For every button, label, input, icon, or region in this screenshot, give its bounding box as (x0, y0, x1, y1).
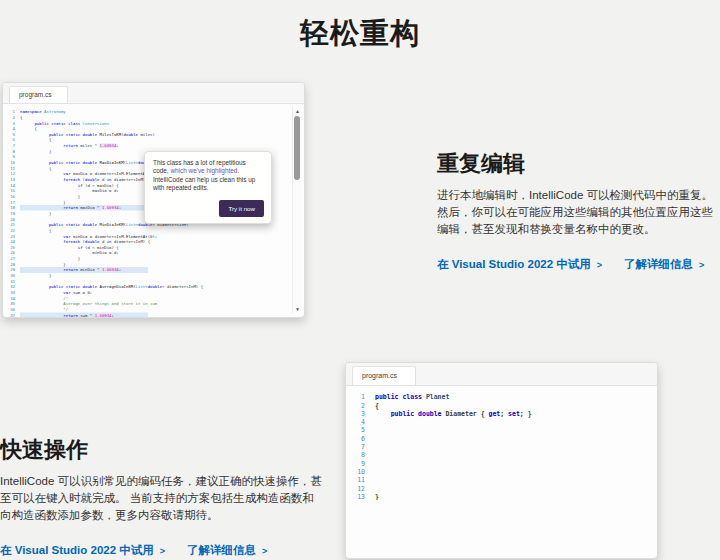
code-line: 2{ (352, 401, 657, 409)
scroll-up-icon[interactable]: ▲ (293, 108, 302, 114)
repeated-edits-editor-screenshot: program.cs 1namespace Astronomy2{3 publi… (2, 82, 305, 318)
vertical-scrollbar[interactable]: ▲ ▼ (292, 107, 301, 313)
section-body: 进行本地编辑时，IntelliCode 可以检测代码中的重复。 然后，你可以在可… (437, 187, 714, 238)
scroll-down-icon[interactable]: ▼ (293, 306, 302, 312)
code-line: 4 (352, 418, 657, 426)
section-body: IntelliCode 可以识别常见的编码任务，建议正确的快速操作，甚至可以在键… (0, 473, 325, 524)
links-row: 在 Visual Studio 2022 中试用> 了解详细信息> (0, 543, 325, 558)
code-line: 8 (352, 451, 657, 459)
code-line: 37 return sum * 1.60934; (8, 312, 304, 318)
chevron-right-icon: > (160, 546, 165, 556)
section-heading: 重复编辑 (437, 150, 714, 177)
intellicode-suggestion-tooltip: This class has a lot of repetitious code… (144, 151, 272, 224)
code-line: 12 (352, 484, 657, 492)
chevron-right-icon: > (597, 260, 602, 270)
editor-tab-bar: program.cs (346, 363, 657, 386)
quick-actions-editor-screenshot: program.cs 1public class Planet2{3 publi… (345, 362, 658, 559)
code-line: 9 (352, 459, 657, 467)
section-heading: 快速操作 (0, 436, 325, 463)
tooltip-text: This class has a lot of repetitious code… (153, 159, 263, 193)
section-quick-actions: 快速操作 IntelliCode 可以识别常见的编码任务，建议正确的快速操作，甚… (0, 436, 325, 558)
try-it-now-button[interactable]: Try it now (219, 200, 264, 217)
scrollbar-thumb[interactable] (294, 116, 300, 180)
try-in-visual-studio-link[interactable]: 在 Visual Studio 2022 中试用> (437, 257, 602, 272)
code-line: 6 (352, 434, 657, 442)
try-in-visual-studio-link[interactable]: 在 Visual Studio 2022 中试用> (0, 543, 165, 558)
code-area: 1public class Planet2{3 public double Di… (346, 386, 657, 559)
code-line: 5 (352, 426, 657, 434)
chevron-right-icon: > (699, 260, 704, 270)
link-label: 了解详细信息 (624, 257, 693, 272)
link-label: 了解详细信息 (187, 543, 256, 558)
intellicode-refactoring-page: 轻松重构 program.cs 1namespace Astronomy2{3 … (0, 0, 720, 560)
tab-program-cs[interactable]: program.cs (9, 86, 68, 103)
link-label: 在 Visual Studio 2022 中试用 (0, 543, 154, 558)
page-title: 轻松重构 (0, 14, 720, 54)
tooltip-text-highlight: which we've highlighted (170, 167, 237, 174)
learn-more-link[interactable]: 了解详细信息> (187, 543, 267, 558)
section-repeated-edits: 重复编辑 进行本地编辑时，IntelliCode 可以检测代码中的重复。 然后，… (437, 150, 714, 272)
code-line: 10 (352, 468, 657, 476)
code-line: 11 (352, 476, 657, 484)
code-line: 1public class Planet (352, 393, 657, 401)
bottom-editor-code-lines: 1public class Planet2{3 public double Di… (352, 393, 657, 501)
tab-program-cs[interactable]: program.cs (352, 366, 416, 385)
code-line: 13} (352, 493, 657, 501)
editor-tab-bar: program.cs (3, 83, 304, 104)
learn-more-link[interactable]: 了解详细信息> (624, 257, 704, 272)
link-label: 在 Visual Studio 2022 中试用 (437, 257, 591, 272)
chevron-right-icon: > (262, 546, 267, 556)
code-line: 7 (352, 443, 657, 451)
links-row: 在 Visual Studio 2022 中试用> 了解详细信息> (437, 257, 714, 272)
code-line: 3 public double Diameter { get; set; } (352, 410, 657, 418)
